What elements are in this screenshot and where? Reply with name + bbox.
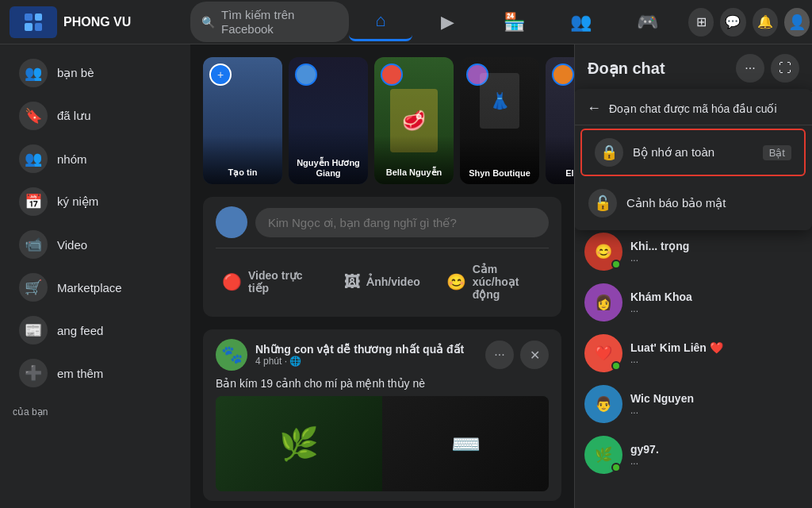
sidebar-label: đã lưu	[57, 109, 91, 123]
sidebar-label: ang feed	[57, 324, 103, 337]
chat-title: Đoạn chat	[588, 59, 665, 78]
chat-preview-1: ...	[630, 252, 802, 264]
notif-info: Những con vật dễ thương nhất quả đất 4 p…	[255, 343, 477, 367]
messenger-icon[interactable]: 💬	[720, 8, 745, 37]
sidebar-item-ban-be[interactable]: 👥 bạn bè	[6, 52, 184, 94]
sidebar-item-marketplace[interactable]: 🛒 Marketplace	[6, 267, 184, 308]
feed-icon: 📰	[19, 316, 48, 344]
story-card-3[interactable]: 🥩 Bella Nguyễn	[374, 57, 454, 184]
story-avatar-1: +	[209, 64, 232, 86]
bo-nho-label: Bộ nhớ an toàn	[633, 145, 714, 160]
sidebar-item-da-luu[interactable]: 🔖 đã lưu	[6, 95, 184, 137]
chat-item-5[interactable]: 🌿 gy97. ...	[575, 429, 812, 480]
story-card-5[interactable]: Elly Clo...	[546, 57, 574, 184]
post-box: 🔴 Video trực tiếp 🖼 Ảnh/video 😊 Cảm xúc/…	[203, 197, 561, 317]
notif-action-buttons: ··· ✕	[485, 341, 549, 369]
chat-avatar-5: 🌿	[584, 436, 622, 474]
right-sidebar: Đoạn chat ··· ⛶ ← Đoạn chat được mã hóa …	[574, 44, 812, 508]
chat-item-4[interactable]: 👨 Wic Nguyen ...	[575, 379, 812, 429]
da-luu-icon: 🔖	[19, 102, 48, 130]
chat-header-icons: ··· ⛶	[736, 54, 799, 83]
chat-expand-btn[interactable]: ⛶	[771, 54, 799, 83]
user-avatar[interactable]: 👤	[784, 8, 810, 37]
notif-header: 🐾 Những con vật dễ thương nhất quả đất 4…	[216, 339, 549, 371]
story-card-1[interactable]: + Tạo tin	[203, 57, 282, 184]
bat-badge: Bật	[763, 145, 791, 160]
main-nav: ⌂ ▶ 🏪 👥 🎮	[349, 3, 679, 41]
chat-name-3: Luat' Kim Liên ❤️	[630, 341, 802, 354]
search-icon: 🔍	[201, 16, 215, 29]
post-more-btn[interactable]: ···	[485, 341, 514, 369]
feeling-label: Cảm xúc/hoạt động	[473, 263, 542, 301]
notif-text: Bản kím 19 cảnh cho mí pà mệnh thủy nè	[216, 377, 549, 390]
chat-preview-3: ...	[630, 354, 802, 365]
nav-video[interactable]: ▶	[416, 3, 479, 41]
canh-bao-label: Cảnh báo bảo mật	[626, 196, 726, 210]
live-video-icon: 🔴	[222, 272, 242, 291]
feeling-btn[interactable]: 😊 Cảm xúc/hoạt động	[440, 256, 549, 307]
feeling-icon: 😊	[446, 272, 466, 291]
notif-name: Những con vật dễ thương nhất quả đất	[255, 343, 477, 356]
chat-name-4: Wic Nguyen	[630, 392, 802, 405]
nav-groups[interactable]: 👥	[549, 3, 612, 41]
sidebar-label: Video	[57, 238, 87, 252]
chat-item-2[interactable]: 👩 Khám Khoa ...	[575, 277, 812, 328]
logo-area: PHONG VU	[0, 6, 190, 38]
sidebar-item-ang-feed[interactable]: 📰 ang feed	[6, 310, 184, 351]
left-sidebar: 👥 bạn bè 🔖 đã lưu 👥 nhóm 📅 ký niệm 📹 Vid…	[0, 44, 190, 508]
chat-info-4: Wic Nguyen ...	[630, 392, 802, 416]
nav-home[interactable]: ⌂	[349, 3, 412, 41]
post-actions: 🔴 Video trực tiếp 🖼 Ảnh/video 😊 Cảm xúc/…	[216, 248, 549, 307]
story-avatar-2	[295, 64, 317, 86]
story-label-3: Bella Nguyễn	[374, 136, 454, 184]
notif-avatar: 🐾	[216, 339, 247, 371]
chat-list: 😊 Khi... trọng ... 👩 Khám Khoa ...	[575, 220, 812, 508]
dropdown-back[interactable]: ← Đoạn chat được mã hóa đầu cuối	[574, 92, 812, 125]
sidebar-item-nhom[interactable]: 👥 nhóm	[6, 138, 184, 179]
sidebar-item-video[interactable]: 📹 Video	[6, 224, 184, 265]
online-indicator-5	[611, 463, 621, 472]
live-video-btn[interactable]: 🔴 Video trực tiếp	[216, 256, 324, 307]
dropdown-item-bo-nho[interactable]: 🔒 Bộ nhớ an toàn Bật	[580, 129, 806, 176]
sidebar-item-ky-niem[interactable]: 📅 ký niệm	[6, 181, 184, 222]
sidebar-section-label: của bạn	[0, 400, 190, 424]
nhom-icon: 👥	[19, 144, 48, 173]
photo-video-btn[interactable]: 🖼 Ảnh/video	[327, 256, 436, 307]
sidebar-label: Marketplace	[57, 281, 122, 294]
chat-info-2: Khám Khoa ...	[630, 291, 802, 314]
chat-avatar-4: 👨	[584, 385, 622, 423]
post-input-field[interactable]	[255, 208, 549, 237]
dropdown-item-canh-bao[interactable]: 🔓 Cảnh báo bảo mật	[574, 179, 812, 227]
chat-item-3[interactable]: ❤️ Luat' Kim Liên ❤️ ...	[575, 328, 812, 379]
chat-info-5: gy97. ...	[630, 443, 802, 467]
story-avatar-5	[552, 64, 574, 86]
online-indicator-3	[611, 361, 621, 371]
nav-gaming[interactable]: 🎮	[615, 3, 679, 41]
grid-icon[interactable]: ⊞	[688, 8, 714, 37]
main-feed: + Tạo tin Nguyễn Hương Giang 🥩 Bella Ngu…	[190, 44, 574, 508]
notification-post: 🐾 Những con vật dễ thương nhất quả đất 4…	[203, 329, 561, 501]
online-indicator-1	[611, 260, 621, 269]
chat-name-2: Khám Khoa	[630, 291, 802, 303]
sidebar-item-xem-them[interactable]: ➕ em thêm	[6, 352, 184, 394]
bell-icon[interactable]: 🔔	[753, 8, 778, 37]
post-close-btn[interactable]: ✕	[520, 341, 549, 369]
chat-item-1[interactable]: 😊 Khi... trọng ...	[575, 226, 812, 277]
nav-marketplace[interactable]: 🏪	[482, 3, 546, 41]
main-layout: 👥 bạn bè 🔖 đã lưu 👥 nhóm 📅 ký niệm 📹 Vid…	[0, 44, 812, 508]
video-icon: 📹	[19, 230, 48, 259]
story-label-2: Nguyễn Hương Giang	[289, 126, 368, 184]
live-video-label: Video trực tiếp	[248, 269, 318, 294]
post-image: 🌿 ⌨️	[216, 396, 549, 491]
chat-info-3: Luat' Kim Liên ❤️ ...	[630, 341, 802, 365]
chat-preview-2: ...	[630, 303, 802, 314]
ban-be-icon: 👥	[19, 59, 48, 87]
search-box[interactable]: 🔍 Tìm kiếm trên Facebook	[190, 2, 349, 42]
story-card-2[interactable]: Nguyễn Hương Giang	[289, 57, 368, 184]
phong-vu-logo	[10, 6, 57, 38]
chat-more-btn[interactable]: ···	[736, 54, 764, 83]
story-card-4[interactable]: 👗 Shyn Boutique	[460, 57, 539, 184]
lock-closed-icon: 🔒	[595, 138, 623, 167]
story-label-5: Elly Clo...	[546, 137, 574, 184]
dropdown-back-label: Đoạn chat được mã hóa đầu cuối	[609, 102, 777, 115]
